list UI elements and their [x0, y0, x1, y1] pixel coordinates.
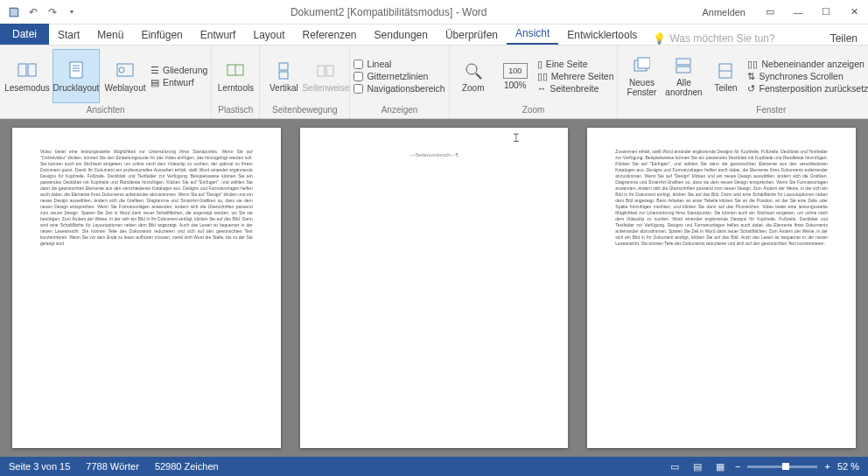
weblayout-button[interactable]: Weblayout: [102, 49, 149, 103]
svg-rect-10: [279, 63, 288, 70]
synchron-button[interactable]: ⇅Synchrones Scrollen: [747, 71, 843, 81]
gliederung-button[interactable]: ☰Gliederung: [150, 65, 207, 75]
tab-start[interactable]: Start: [49, 25, 88, 45]
fensterposition-button[interactable]: ↺Fensterposition zurücksetzen: [747, 83, 868, 94]
tab-file[interactable]: Datei: [0, 24, 49, 45]
teilen-button[interactable]: Teilen: [705, 49, 746, 103]
status-page[interactable]: Seite 3 von 15: [9, 461, 70, 472]
mehrere-seiten-button[interactable]: ▯▯Mehrere Seiten: [537, 71, 614, 81]
drucklayout-button[interactable]: Drucklayout: [52, 49, 100, 103]
learning-icon: [225, 60, 246, 81]
svg-rect-19: [676, 66, 690, 73]
navigation-checkbox[interactable]: Navigationsbereich: [354, 83, 444, 94]
page-3[interactable]: Zusammen erhält, stellt Word einander er…: [587, 128, 856, 448]
vertikal-button[interactable]: Vertikal: [263, 49, 304, 103]
arrange-icon: [673, 55, 694, 76]
tab-entwicklertools[interactable]: Entwicklertools: [558, 25, 646, 45]
nebeneinander-button[interactable]: ▯▯Nebeneinander anzeigen: [747, 59, 864, 69]
svg-point-14: [466, 64, 477, 74]
eine-seite-button[interactable]: ▯Eine Seite: [537, 59, 588, 69]
group-seitenbewegung: Vertikal Seitenweise Seitenbewegung: [260, 46, 350, 118]
alle-anordnen-button[interactable]: Alle anordnen: [663, 49, 704, 103]
svg-rect-13: [326, 66, 333, 76]
reset-pos-icon: ↺: [747, 83, 755, 94]
tab-sendungen[interactable]: Sendungen: [366, 25, 437, 45]
tell-me-placeholder: Was möchten Sie tun?: [669, 32, 774, 45]
group-ansichten: Lesemodus Drucklayout Weblayout ☰Glieder…: [0, 46, 212, 118]
tab-menu[interactable]: Menü: [88, 25, 132, 45]
magnifier-icon: [463, 60, 484, 81]
gitter-checkbox[interactable]: Gitternetzlinien: [354, 71, 428, 81]
save-icon[interactable]: [5, 4, 23, 21]
zoom-level[interactable]: 52 %: [837, 461, 859, 472]
seitenweise-button[interactable]: Seitenweise: [305, 49, 346, 103]
read-mode-icon[interactable]: ▭: [667, 459, 682, 473]
outline-icon: ☰: [150, 65, 159, 75]
group-fenster: Neues Fenster Alle anordnen Teilen ▯▯Neb…: [618, 46, 868, 118]
pagewidth-icon: ↔: [537, 83, 547, 94]
sync-icon: ⇅: [747, 71, 755, 81]
onepage-icon: ▯: [537, 59, 542, 69]
web-layout-icon[interactable]: ▦: [712, 459, 728, 473]
globe-icon: [115, 60, 136, 81]
group-anzeigen: Lineal Gitternetzlinien Navigationsberei…: [350, 46, 449, 118]
svg-line-15: [476, 74, 481, 79]
group-zoom: Zoom 100 100% ▯Eine Seite ▯▯Mehrere Seit…: [450, 46, 619, 118]
svg-point-7: [119, 67, 124, 73]
redo-icon[interactable]: ↷: [44, 4, 61, 21]
tab-einfuegen[interactable]: Einfügen: [132, 25, 191, 45]
lesemodus-button[interactable]: Lesemodus: [4, 49, 51, 103]
draft-icon: ▤: [150, 77, 159, 88]
neues-fenster-button[interactable]: Neues Fenster: [621, 49, 662, 103]
lightbulb-icon: 💡: [653, 32, 666, 45]
tab-ueberpruefen[interactable]: Überprüfen: [437, 25, 507, 45]
lineal-checkbox[interactable]: Lineal: [354, 59, 391, 69]
window-title: Dokument2 [Kompatibilitätsmodus] - Word: [86, 6, 691, 18]
zoom-out-button[interactable]: −: [735, 461, 740, 472]
text-cursor-icon: 𝙸: [512, 135, 521, 141]
group-plastisch: Lerntools Plastisch: [212, 46, 260, 118]
zoom-button[interactable]: Zoom: [453, 49, 494, 103]
sidebyside-icon: ▯▯: [747, 59, 758, 69]
zoom-100-button[interactable]: 100 100%: [495, 49, 536, 103]
ribbon-display-icon[interactable]: ▭: [756, 2, 784, 23]
page-break-label: —Seitenumbruch—¶: [328, 152, 541, 158]
split-icon: [715, 60, 736, 81]
document-canvas[interactable]: Video bietet eine leistungsstarke Möglic…: [0, 119, 868, 457]
share-button[interactable]: Teilen: [820, 32, 868, 45]
svg-rect-1: [28, 64, 36, 76]
page-icon: [66, 60, 87, 81]
signin-link[interactable]: Anmelden: [691, 7, 756, 18]
lerntools-button[interactable]: Lerntools: [215, 49, 256, 103]
tell-me-search[interactable]: 💡 Was möchten Sie tun?: [646, 32, 781, 45]
minimize-icon[interactable]: —: [784, 2, 812, 23]
close-icon[interactable]: ✕: [840, 2, 868, 23]
tab-referenzen[interactable]: Referenzen: [293, 25, 365, 45]
tab-ansicht[interactable]: Ansicht: [507, 24, 558, 45]
seitenbreite-button[interactable]: ↔Seitenbreite: [537, 83, 599, 94]
zoom-slider[interactable]: [747, 466, 817, 468]
tab-layout[interactable]: Layout: [244, 25, 293, 45]
ribbon-tabs: Datei Start Menü Einfügen Entwurf Layout…: [0, 24, 868, 46]
page-1[interactable]: Video bietet eine leistungsstarke Möglic…: [12, 128, 281, 448]
new-window-icon: [631, 55, 652, 76]
status-chars[interactable]: 52980 Zeichen: [155, 461, 219, 472]
status-bar: Seite 3 von 15 7788 Wörter 52980 Zeichen…: [0, 457, 868, 476]
zoom-in-button[interactable]: +: [824, 461, 830, 472]
maximize-icon[interactable]: ☐: [812, 2, 840, 23]
status-words[interactable]: 7788 Wörter: [86, 461, 139, 472]
qat-dropdown-icon[interactable]: ▾: [63, 4, 80, 21]
entwurf-button[interactable]: ▤Entwurf: [150, 77, 194, 88]
svg-rect-12: [318, 66, 325, 76]
quick-access-toolbar: ↶ ↷ ▾: [0, 4, 86, 21]
print-layout-icon[interactable]: ▤: [690, 459, 705, 473]
vertical-icon: [273, 60, 294, 81]
tab-entwurf[interactable]: Entwurf: [192, 25, 245, 45]
window-controls: ▭ — ☐ ✕: [756, 2, 868, 23]
undo-icon[interactable]: ↶: [24, 4, 42, 21]
svg-rect-18: [676, 59, 690, 65]
multipage-icon: ▯▯: [537, 71, 548, 81]
side-icon: [315, 60, 336, 81]
hundred-icon: 100: [503, 63, 528, 79]
page-2[interactable]: —Seitenumbruch—¶ 𝙸: [300, 128, 569, 448]
